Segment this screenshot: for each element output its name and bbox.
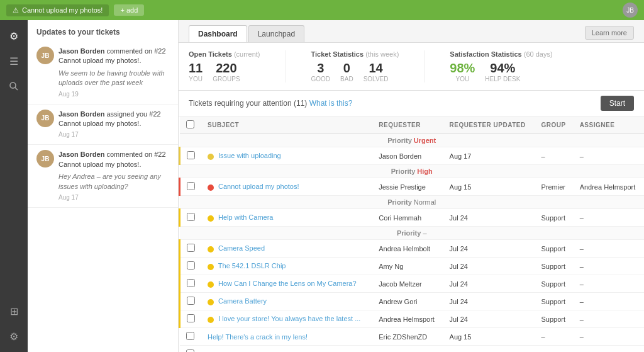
topbar-left: ⚠ Cannot upload my photos! + add [6, 4, 144, 16]
alert-icon: ⚠ [13, 6, 19, 14]
avatar[interactable]: JB [623, 3, 638, 18]
topbar: ⚠ Cannot upload my photos! + add JB [0, 0, 644, 20]
add-button[interactable]: + add [114, 4, 144, 16]
alert-text: Cannot upload my photos! [22, 6, 103, 14]
topbar-alert[interactable]: ⚠ Cannot upload my photos! [6, 4, 109, 16]
